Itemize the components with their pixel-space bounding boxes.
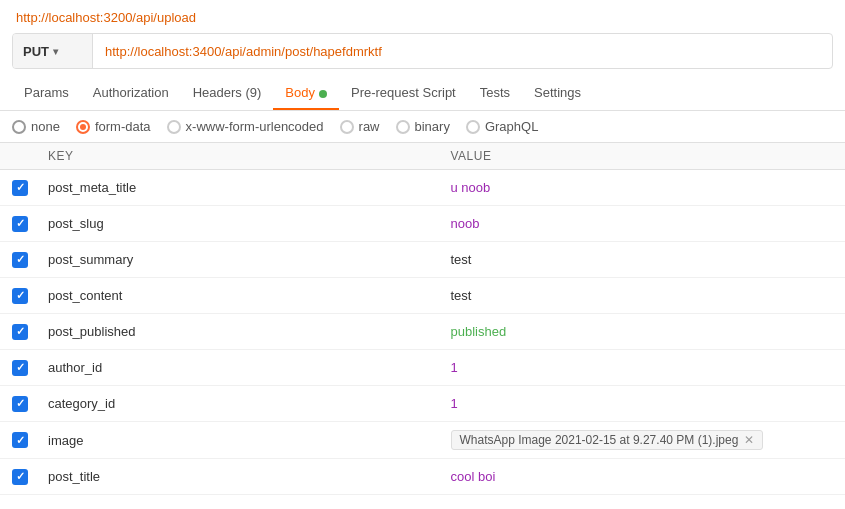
row-checkbox-5[interactable]	[0, 360, 40, 376]
row-key-1: post_slug	[40, 208, 443, 239]
row-value-4: published	[443, 316, 846, 347]
radio-circle-raw	[340, 120, 354, 134]
table-header: KEY VALUE	[0, 143, 845, 170]
tab-params[interactable]: Params	[12, 77, 81, 110]
checkbox-icon	[12, 360, 28, 376]
radio-label-raw: raw	[359, 119, 380, 134]
table-row: category_id1	[0, 386, 845, 422]
row-checkbox-4[interactable]	[0, 324, 40, 340]
checkbox-icon	[12, 216, 28, 232]
row-key-5: author_id	[40, 352, 443, 383]
request-bar: PUT ▾	[12, 33, 833, 69]
row-checkbox-0[interactable]	[0, 180, 40, 196]
table-row: post_summarytest	[0, 242, 845, 278]
table-row: imageWhatsApp Image 2021-02-15 at 9.27.4…	[0, 422, 845, 459]
row-value-3: test	[443, 280, 846, 311]
tab-pre-request[interactable]: Pre-request Script	[339, 77, 468, 110]
radio-label-form-data: form-data	[95, 119, 151, 134]
row-key-4: post_published	[40, 316, 443, 347]
table-container: KEY VALUE post_meta_titleu noobpost_slug…	[0, 143, 845, 495]
radio-binary[interactable]: binary	[396, 119, 450, 134]
url-input[interactable]	[93, 44, 832, 59]
row-checkbox-8[interactable]	[0, 469, 40, 485]
row-checkbox-1[interactable]	[0, 216, 40, 232]
row-value-7: WhatsApp Image 2021-02-15 at 9.27.40 PM …	[443, 422, 846, 458]
check-col-header	[0, 149, 40, 163]
checkbox-icon	[12, 180, 28, 196]
tab-dot-icon	[319, 90, 327, 98]
radio-circle-binary	[396, 120, 410, 134]
radio-label-x-www-form-urlencoded: x-www-form-urlencoded	[186, 119, 324, 134]
row-checkbox-7[interactable]	[0, 432, 40, 448]
file-tag-7: WhatsApp Image 2021-02-15 at 9.27.40 PM …	[451, 430, 764, 450]
radio-label-graphql: GraphQL	[485, 119, 538, 134]
radio-circle-graphql	[466, 120, 480, 134]
top-url: http://localhost:3200/api/upload	[0, 0, 845, 33]
tabs-bar: ParamsAuthorizationHeaders (9)BodyPre-re…	[0, 77, 845, 111]
method-selector[interactable]: PUT ▾	[13, 34, 93, 68]
value-col-header: VALUE	[443, 149, 846, 163]
radio-circle-x-www-form-urlencoded	[167, 120, 181, 134]
chevron-down-icon: ▾	[53, 46, 58, 57]
radio-label-binary: binary	[415, 119, 450, 134]
row-checkbox-6[interactable]	[0, 396, 40, 412]
row-key-8: post_title	[40, 461, 443, 492]
tab-settings[interactable]: Settings	[522, 77, 593, 110]
row-value-6: 1	[443, 388, 846, 419]
radio-graphql[interactable]: GraphQL	[466, 119, 538, 134]
checkbox-icon	[12, 432, 28, 448]
row-value-8: cool boi	[443, 461, 846, 492]
file-name-7: WhatsApp Image 2021-02-15 at 9.27.40 PM …	[460, 433, 739, 447]
key-col-header: KEY	[40, 149, 443, 163]
row-value-5: 1	[443, 352, 846, 383]
tab-tests[interactable]: Tests	[468, 77, 522, 110]
table-row: post_titlecool boi	[0, 459, 845, 495]
checkbox-icon	[12, 324, 28, 340]
table-body: post_meta_titleu noobpost_slugnoobpost_s…	[0, 170, 845, 495]
remove-file-icon[interactable]: ✕	[744, 433, 754, 447]
table-row: post_slugnoob	[0, 206, 845, 242]
table-row: post_meta_titleu noob	[0, 170, 845, 206]
table-row: post_publishedpublished	[0, 314, 845, 350]
row-key-0: post_meta_title	[40, 172, 443, 203]
tab-headers[interactable]: Headers (9)	[181, 77, 274, 110]
radio-raw[interactable]: raw	[340, 119, 380, 134]
body-type-bar: noneform-datax-www-form-urlencodedrawbin…	[0, 111, 845, 143]
tab-authorization[interactable]: Authorization	[81, 77, 181, 110]
checkbox-icon	[12, 288, 28, 304]
radio-x-www-form-urlencoded[interactable]: x-www-form-urlencoded	[167, 119, 324, 134]
radio-circle-form-data	[76, 120, 90, 134]
radio-form-data[interactable]: form-data	[76, 119, 151, 134]
row-value-2: test	[443, 244, 846, 275]
radio-circle-none	[12, 120, 26, 134]
row-key-3: post_content	[40, 280, 443, 311]
checkbox-icon	[12, 252, 28, 268]
tab-body[interactable]: Body	[273, 77, 339, 110]
radio-none[interactable]: none	[12, 119, 60, 134]
row-value-0: u noob	[443, 172, 846, 203]
row-key-6: category_id	[40, 388, 443, 419]
checkbox-icon	[12, 469, 28, 485]
checkbox-icon	[12, 396, 28, 412]
row-checkbox-3[interactable]	[0, 288, 40, 304]
row-key-7: image	[40, 425, 443, 456]
method-label: PUT	[23, 44, 49, 59]
row-checkbox-2[interactable]	[0, 252, 40, 268]
table-row: author_id1	[0, 350, 845, 386]
table-row: post_contenttest	[0, 278, 845, 314]
radio-label-none: none	[31, 119, 60, 134]
row-value-1: noob	[443, 208, 846, 239]
row-key-2: post_summary	[40, 244, 443, 275]
